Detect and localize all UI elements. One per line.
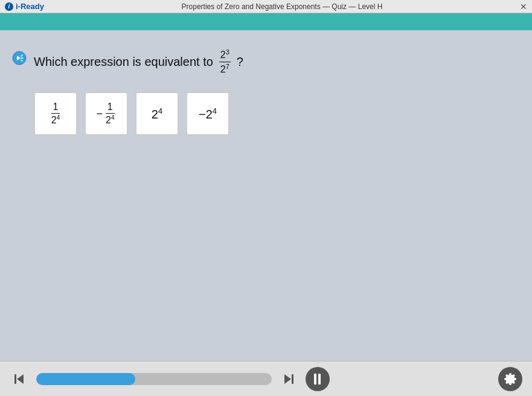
title-bar: i i-Ready Properties of Zero and Negativ…: [0, 0, 532, 13]
playback-controls: [10, 367, 330, 391]
svg-marker-8: [284, 374, 291, 384]
answer-options: 1 24 − 1 24 24 −24: [34, 92, 520, 135]
answer-fraction-1: 1 24: [50, 102, 62, 126]
answer-option-1[interactable]: 1 24: [34, 92, 77, 135]
sound-icon[interactable]: [12, 51, 27, 68]
bottom-bar: [0, 361, 532, 396]
svg-marker-6: [17, 374, 24, 384]
accent-bar: [0, 13, 532, 30]
skip-back-button[interactable]: [10, 369, 29, 389]
skip-forward-button[interactable]: [279, 369, 298, 389]
close-button[interactable]: ✕: [520, 2, 527, 11]
answer-option-4[interactable]: −24: [186, 92, 229, 135]
logo: i i-Ready: [5, 2, 44, 11]
answer-fraction-2: 1 24: [104, 102, 116, 126]
progress-bar[interactable]: [36, 373, 272, 385]
pause-icon: [314, 374, 321, 385]
question-mark: ?: [237, 55, 243, 69]
question-area: Which expression is equivalent to 23 27 …: [12, 48, 520, 75]
pause-button[interactable]: [306, 367, 330, 391]
svg-rect-5: [14, 374, 16, 384]
svg-rect-7: [292, 374, 293, 384]
question-label: Which expression is equivalent to: [34, 55, 213, 69]
question-fraction: 23 27: [219, 48, 231, 75]
question-text: Which expression is equivalent to 23 27 …: [34, 48, 243, 75]
logo-icon: i: [5, 2, 13, 11]
answer-option-3[interactable]: 24: [135, 92, 179, 135]
progress-bar-fill: [36, 373, 135, 385]
answer-power-3: 24: [152, 106, 162, 122]
neg-sign-2: −: [97, 108, 103, 120]
main-content: Which expression is equivalent to 23 27 …: [0, 30, 532, 361]
fraction-numerator: 23: [219, 48, 231, 62]
window-title: Properties of Zero and Negative Exponent…: [182, 2, 383, 11]
answer-power-4: −24: [199, 106, 217, 122]
settings-button[interactable]: [498, 367, 522, 391]
fraction-denominator: 27: [219, 62, 231, 76]
answer-option-2[interactable]: − 1 24: [85, 92, 128, 135]
logo-text: i-Ready: [16, 2, 44, 11]
